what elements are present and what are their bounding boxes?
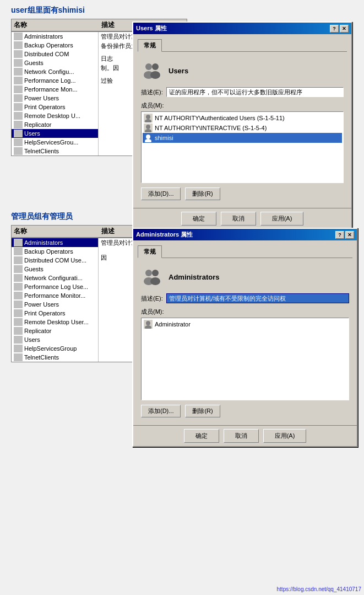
list-item[interactable]: Print Operators — [12, 309, 98, 318]
admin-members-list: Administrator — [141, 318, 349, 400]
admin-members-label: 成员(M): — [141, 308, 349, 316]
admin-tab-general[interactable]: 常规 — [138, 245, 162, 258]
top-section: user组里面有shimisi 名称 描述 Administrators Bac… — [0, 0, 364, 192]
list-item[interactable]: Distributed COM Use... — [12, 256, 98, 265]
remove-button[interactable]: 删除(R) — [185, 187, 220, 200]
list-item[interactable]: Performance Monitor... — [12, 291, 98, 300]
list-item-users[interactable]: Users — [12, 129, 98, 138]
member-item[interactable]: NT AUTHORITY\Authenticated Users (S-1-5-… — [143, 113, 342, 123]
admin-dialog-footer: 确定 取消 应用(A) — [133, 425, 357, 446]
cancel-button[interactable]: 取消 — [221, 212, 256, 226]
admin-ok-button[interactable]: 确定 — [184, 429, 219, 443]
list-item[interactable]: Network Configurati... — [12, 274, 98, 282]
admin-dialog-help-button[interactable]: ? — [335, 231, 344, 239]
admin-apply-button[interactable]: 应用(A) — [263, 429, 307, 443]
list-item[interactable]: Backup Operators — [12, 41, 98, 50]
list-item[interactable]: Power Users — [12, 94, 98, 103]
admin-add-button[interactable]: 添加(D)... — [141, 405, 181, 417]
list-item[interactable]: Replicator — [12, 120, 98, 129]
group-name-label: Users — [169, 67, 188, 75]
list-item[interactable]: Distributed COM — [12, 50, 98, 58]
list-item-administrators[interactable]: Administrators — [12, 238, 98, 247]
svg-point-6 — [146, 115, 150, 119]
list-item[interactable]: Replicator — [12, 326, 98, 335]
admin-dialog-title: Administrators 属性 — [136, 231, 193, 239]
list-item[interactable]: Print Operators — [12, 103, 98, 111]
bottom-col1-header: 名称 — [12, 226, 99, 238]
ok-button[interactable]: 确定 — [181, 212, 216, 226]
dialog-titlebar: Users 属性 ? ✕ — [133, 23, 351, 34]
users-dialog: Users 属性 ? ✕ 常规 — [132, 22, 352, 230]
tab-general[interactable]: 常规 — [138, 39, 162, 52]
list-item[interactable]: Performance Log... — [12, 76, 98, 85]
svg-point-9 — [146, 125, 150, 129]
admin-tab-bar: 常规 — [138, 245, 352, 258]
svg-point-4 — [150, 71, 160, 79]
desc-field-input[interactable] — [166, 87, 344, 97]
dialog-footer: 确定 取消 应用(A) — [133, 208, 351, 229]
admin-cancel-button[interactable]: 取消 — [224, 429, 259, 443]
list-item[interactable]: Performance Log Use... — [12, 282, 98, 291]
admin-group-name-label: Administrators — [169, 273, 219, 281]
member-item[interactable]: NT AUTHORITY\INTERACTIVE (S-1-5-4) — [143, 123, 342, 133]
admin-remove-button[interactable]: 删除(R) — [185, 405, 220, 417]
dialog-help-button[interactable]: ? — [330, 25, 339, 33]
group-icon — [141, 60, 163, 82]
list-item[interactable]: Network Configu... — [12, 67, 98, 76]
list-item[interactable]: Backup Operators — [12, 247, 98, 256]
member-item-administrator[interactable]: Administrator — [143, 319, 347, 329]
members-label: 成员(M): — [141, 101, 344, 110]
top-col1-header: 名称 — [12, 19, 99, 31]
list-item[interactable]: Remote Desktop User... — [12, 318, 98, 326]
dialog-title: Users 属性 — [136, 24, 167, 33]
svg-point-17 — [152, 270, 159, 276]
svg-point-12 — [146, 135, 150, 139]
members-list: NT AUTHORITY\Authenticated Users (S-1-5-… — [141, 111, 344, 183]
bottom-section: 管理员组有管理员 名称 描述 Administrators Backup Ope… — [0, 209, 364, 462]
add-button[interactable]: 添加(D)... — [141, 187, 181, 200]
list-item[interactable]: Users — [12, 335, 98, 344]
list-item[interactable]: TelnetClients — [12, 353, 98, 362]
list-item[interactable]: Power Users — [12, 300, 98, 309]
watermark: https://blog.csdn.net/qq_41410717 — [277, 586, 361, 592]
admin-dialog-close-button[interactable]: ✕ — [345, 231, 354, 239]
svg-point-20 — [146, 321, 150, 325]
svg-rect-0 — [141, 60, 163, 82]
list-item[interactable]: Performance Mon... — [12, 85, 98, 94]
svg-point-15 — [145, 270, 152, 276]
apply-button[interactable]: 应用(A) — [260, 212, 304, 226]
list-item[interactable]: Guests — [12, 265, 98, 274]
svg-point-18 — [150, 277, 160, 285]
admin-dialog-titlebar: Administrators 属性 ? ✕ — [133, 229, 357, 240]
admin-desc-field-input[interactable] — [166, 293, 349, 303]
svg-point-3 — [152, 63, 159, 70]
admin-group-icon — [141, 266, 163, 288]
list-item[interactable]: Administrators — [12, 32, 98, 41]
administrators-dialog: Administrators 属性 ? ✕ 常规 — [132, 228, 358, 447]
top-title: user组里面有shimisi — [11, 6, 353, 15]
list-item[interactable]: Remote Desktop U... — [12, 111, 98, 120]
list-item[interactable]: TelnetClients — [12, 147, 98, 156]
admin-desc-field-label: 描述(E): — [141, 294, 163, 303]
svg-rect-14 — [141, 266, 163, 288]
list-item[interactable]: Guests — [12, 58, 98, 67]
tab-bar: 常规 — [138, 39, 347, 52]
svg-point-1 — [145, 63, 152, 70]
list-item[interactable]: HelpServicesGroup — [12, 344, 98, 353]
member-item-shimisi[interactable]: shimisi — [143, 133, 342, 143]
dialog-close-button[interactable]: ✕ — [340, 25, 349, 33]
list-item[interactable]: HelpServicesGrou... — [12, 138, 98, 147]
desc-field-label: 描述(E): — [141, 88, 163, 97]
